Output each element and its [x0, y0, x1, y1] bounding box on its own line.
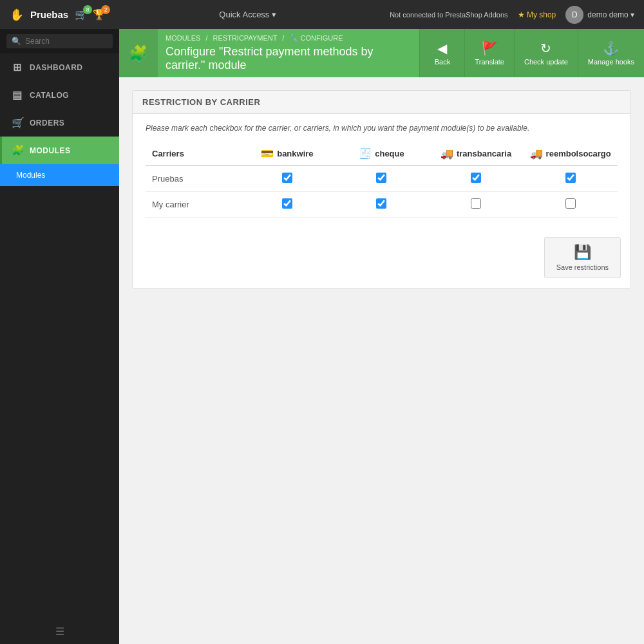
home-icon[interactable]: ✋: [10, 8, 24, 22]
translate-label: Translate: [475, 58, 504, 66]
not-connected-label: Not connected to PrestaShop Addons: [390, 11, 507, 19]
translate-icon: 🚩: [482, 41, 498, 56]
user-name: demo demo ▾: [587, 10, 634, 19]
dashboard-icon: ⊞: [12, 61, 23, 73]
table-row: My carrier: [146, 192, 618, 218]
manage-hooks-icon: ⚓: [603, 41, 619, 56]
breadcrumb-modules[interactable]: MODULES: [166, 34, 200, 42]
translate-button[interactable]: 🚩 Translate: [464, 29, 513, 77]
carrier-name: Pruebas: [146, 166, 240, 192]
top-bar-icons: 🛒8 🏆2: [75, 8, 106, 21]
checkbox-cheque-1[interactable]: [376, 198, 386, 209]
sidebar-item-modules[interactable]: 🧩 MODULES: [0, 137, 119, 164]
cell-reembolsocargo: [523, 192, 618, 218]
table-row: Pruebas: [146, 166, 618, 192]
orders-badge: 2: [101, 5, 110, 14]
manage-hooks-button[interactable]: ⚓ Manage hooks: [578, 29, 644, 77]
check-update-icon: ↻: [540, 41, 551, 56]
sidebar-item-catalog[interactable]: ▤ CATALOG: [0, 81, 119, 109]
cell-transbancaria: [429, 166, 524, 192]
check-update-label: Check update: [524, 58, 568, 66]
restriction-table: Carriers 💳 bankwire: [146, 142, 618, 218]
page-title: Configure "Restrict payment methods by c…: [166, 45, 412, 72]
carrier-name: My carrier: [146, 192, 240, 218]
user-menu[interactable]: D demo demo ▾: [565, 6, 634, 24]
sidebar-nav: ⊞ DASHBOARD ▤ CATALOG 🛒 ORDERS 🧩 MODULES…: [0, 53, 119, 619]
table-header-row: Carriers 💳 bankwire: [146, 142, 618, 166]
quick-access[interactable]: Quick Access ▾: [219, 10, 276, 19]
checkbox-bankwire-1[interactable]: [282, 198, 292, 209]
panel-heading: RESTRICTION BY CARRIER: [133, 91, 630, 114]
col-header-reembolsocargo: 🚚 reembolsocargo: [523, 142, 618, 166]
checkbox-transbancaria-1[interactable]: [471, 198, 481, 209]
col-header-cheque: 🧾 cheque: [334, 142, 429, 166]
catalog-icon: ▤: [12, 89, 23, 101]
cheque-icon: 🧾: [359, 147, 372, 160]
avatar: D: [565, 6, 583, 24]
cheque-header: 🧾 cheque: [341, 147, 422, 160]
transbancaria-header: 🚚 transbancaria: [435, 147, 517, 160]
breadcrumb: MODULES / RESTRICPAYMENT / 🔧 CONFIGURE: [166, 34, 412, 43]
reembolsocargo-header: 🚚 reembolsocargo: [529, 147, 611, 160]
checkbox-cheque-0[interactable]: [376, 173, 386, 183]
sidebar-item-dashboard[interactable]: ⊞ DASHBOARD: [0, 53, 119, 81]
layout: 🔍 ⊞ DASHBOARD ▤ CATALOG 🛒 ORDERS 🧩 MODUL…: [0, 29, 644, 644]
back-icon: ◀: [437, 41, 447, 56]
cell-reembolsocargo: [523, 166, 618, 192]
cell-bankwire: [240, 192, 335, 218]
orders-icon[interactable]: 🏆2: [93, 8, 106, 21]
sidebar-item-label: MODULES: [30, 146, 71, 155]
store-name[interactable]: Pruebas: [30, 9, 68, 20]
sidebar-item-label: CATALOG: [30, 91, 69, 100]
page-header-content: MODULES / RESTRICPAYMENT / 🔧 CONFIGURE C…: [158, 29, 419, 77]
sidebar-item-label: DASHBOARD: [30, 63, 83, 72]
search-input[interactable]: [25, 37, 108, 46]
search-icon: 🔍: [12, 37, 21, 46]
reembolsocargo-icon: 🚚: [530, 147, 543, 160]
check-update-button[interactable]: ↻ Check update: [514, 29, 578, 77]
top-bar-left: ✋ Pruebas 🛒8 🏆2: [10, 8, 106, 22]
save-icon: 💾: [574, 244, 591, 261]
breadcrumb-restricpayment[interactable]: RESTRICPAYMENT: [213, 34, 278, 42]
cart-badge: 8: [83, 5, 92, 14]
col-header-carriers: Carriers: [146, 142, 240, 166]
panel-body: Please mark each checkbox for the carrie…: [133, 114, 630, 227]
checkbox-bankwire-0[interactable]: [282, 173, 292, 183]
top-bar-right: Not connected to PrestaShop Addons ★ My …: [390, 6, 634, 24]
top-bar: ✋ Pruebas 🛒8 🏆2 Quick Access ▾ Not conne…: [0, 0, 644, 29]
save-label: Save restrictions: [556, 263, 609, 271]
cart-icon[interactable]: 🛒8: [75, 8, 88, 21]
sidebar-sub-modules[interactable]: Modules: [0, 164, 119, 186]
sidebar-collapse-button[interactable]: ☰: [0, 619, 119, 644]
col-header-transbancaria: 🚚 transbancaria: [429, 142, 524, 166]
cell-cheque: [334, 192, 429, 218]
bankwire-header: 💳 bankwire: [247, 147, 328, 160]
cell-transbancaria: [429, 192, 524, 218]
sidebar-item-orders[interactable]: 🛒 ORDERS: [0, 109, 119, 137]
cell-bankwire: [240, 166, 335, 192]
breadcrumb-sep-1: /: [205, 34, 207, 42]
main: 🧩 MODULES / RESTRICPAYMENT / 🔧 CONFIGURE…: [119, 29, 644, 644]
checkbox-reembolsocargo-0[interactable]: [565, 173, 576, 183]
save-restrictions-button[interactable]: 💾 Save restrictions: [544, 237, 621, 278]
modules-icon: 🧩: [12, 144, 23, 156]
back-label: Back: [435, 58, 450, 66]
bankwire-icon: 💳: [261, 147, 274, 160]
manage-hooks-label: Manage hooks: [588, 58, 634, 66]
breadcrumb-configure: 🔧 CONFIGURE: [289, 34, 343, 42]
sidebar-search-container: 🔍: [0, 29, 119, 53]
breadcrumb-sep-2: /: [282, 34, 284, 42]
module-icon: 🧩: [119, 29, 158, 77]
checkbox-reembolsocargo-1[interactable]: [565, 198, 576, 209]
back-button[interactable]: ◀ Back: [419, 29, 464, 77]
checkbox-transbancaria-0[interactable]: [471, 173, 481, 183]
my-shop-link[interactable]: ★ My shop: [518, 10, 556, 19]
sidebar-item-label: ORDERS: [30, 118, 64, 128]
sidebar: 🔍 ⊞ DASHBOARD ▤ CATALOG 🛒 ORDERS 🧩 MODUL…: [0, 29, 119, 644]
cell-cheque: [334, 166, 429, 192]
page-header-actions: ◀ Back 🚩 Translate ↻ Check update ⚓ Mana…: [419, 29, 644, 77]
restriction-note: Please mark each checkbox for the carrie…: [146, 124, 618, 133]
save-btn-container: 💾 Save restrictions: [133, 227, 630, 288]
content: RESTRICTION BY CARRIER Please mark each …: [119, 77, 644, 644]
transbancaria-icon: 🚚: [440, 147, 453, 160]
